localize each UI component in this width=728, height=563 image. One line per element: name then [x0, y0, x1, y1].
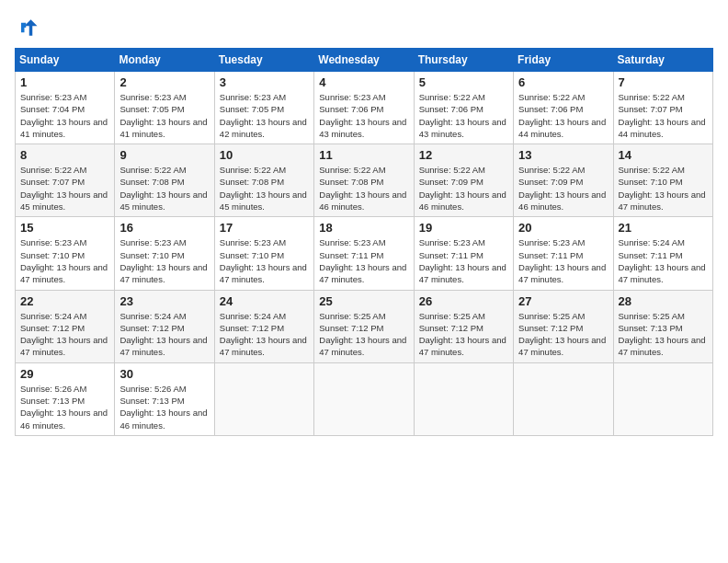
header-row: SundayMondayTuesdayWednesdayThursdayFrid…	[16, 49, 713, 72]
day-number: 17	[220, 221, 309, 235]
day-info: Sunrise: 5:23 AMSunset: 7:11 PMDaylight:…	[419, 236, 508, 285]
day-number: 8	[20, 148, 109, 162]
logo	[15, 15, 44, 40]
calendar-cell: 2Sunrise: 5:23 AMSunset: 7:05 PMDaylight…	[115, 72, 214, 144]
calendar-cell: 23Sunrise: 5:24 AMSunset: 7:12 PMDayligh…	[115, 290, 214, 362]
day-number: 26	[419, 294, 508, 308]
day-number: 13	[518, 148, 608, 162]
day-info: Sunrise: 5:22 AMSunset: 7:06 PMDaylight:…	[518, 91, 608, 140]
day-info: Sunrise: 5:22 AMSunset: 7:09 PMDaylight:…	[419, 164, 508, 213]
calendar-cell: 17Sunrise: 5:23 AMSunset: 7:10 PMDayligh…	[214, 217, 313, 290]
day-info: Sunrise: 5:23 AMSunset: 7:06 PMDaylight:…	[319, 91, 408, 140]
day-info: Sunrise: 5:23 AMSunset: 7:05 PMDaylight:…	[220, 91, 309, 140]
calendar-cell: 14Sunrise: 5:22 AMSunset: 7:10 PMDayligh…	[613, 144, 712, 217]
calendar-cell: 21Sunrise: 5:24 AMSunset: 7:11 PMDayligh…	[613, 217, 712, 290]
calendar-cell: 19Sunrise: 5:23 AMSunset: 7:11 PMDayligh…	[414, 217, 513, 290]
day-info: Sunrise: 5:25 AMSunset: 7:12 PMDaylight:…	[518, 310, 608, 359]
col-header-tuesday: Tuesday	[214, 49, 313, 72]
calendar-cell: 15Sunrise: 5:23 AMSunset: 7:10 PMDayligh…	[16, 217, 115, 290]
day-info: Sunrise: 5:23 AMSunset: 7:10 PMDaylight:…	[119, 236, 209, 285]
calendar-cell: 6Sunrise: 5:22 AMSunset: 7:06 PMDaylight…	[514, 72, 613, 144]
day-number: 9	[119, 148, 209, 162]
day-info: Sunrise: 5:25 AMSunset: 7:13 PMDaylight:…	[619, 310, 708, 359]
day-number: 16	[119, 221, 209, 235]
week-row-2: 8Sunrise: 5:22 AMSunset: 7:07 PMDaylight…	[16, 144, 713, 217]
day-number: 14	[619, 148, 708, 162]
calendar-cell: 20Sunrise: 5:23 AMSunset: 7:11 PMDayligh…	[514, 217, 613, 290]
day-number: 4	[319, 75, 408, 89]
calendar-cell: 16Sunrise: 5:23 AMSunset: 7:10 PMDayligh…	[115, 217, 214, 290]
calendar-cell	[613, 362, 712, 435]
col-header-sunday: Sunday	[16, 49, 115, 72]
day-number: 1	[20, 75, 109, 89]
col-header-saturday: Saturday	[613, 49, 712, 72]
calendar-cell: 26Sunrise: 5:25 AMSunset: 7:12 PMDayligh…	[414, 290, 513, 362]
day-number: 29	[20, 367, 109, 381]
calendar-cell: 29Sunrise: 5:26 AMSunset: 7:13 PMDayligh…	[16, 362, 115, 435]
day-number: 30	[119, 367, 209, 381]
calendar-cell: 27Sunrise: 5:25 AMSunset: 7:12 PMDayligh…	[514, 290, 613, 362]
day-number: 11	[319, 148, 408, 162]
week-row-4: 22Sunrise: 5:24 AMSunset: 7:12 PMDayligh…	[16, 290, 713, 362]
day-info: Sunrise: 5:23 AMSunset: 7:05 PMDaylight:…	[119, 91, 209, 140]
day-number: 6	[518, 75, 608, 89]
logo-icon	[15, 15, 40, 40]
day-info: Sunrise: 5:26 AMSunset: 7:13 PMDaylight:…	[119, 383, 209, 431]
day-number: 19	[419, 221, 508, 235]
calendar-cell: 7Sunrise: 5:22 AMSunset: 7:07 PMDaylight…	[613, 72, 712, 144]
day-info: Sunrise: 5:23 AMSunset: 7:10 PMDaylight:…	[20, 236, 109, 285]
svg-marker-1	[25, 19, 38, 36]
day-info: Sunrise: 5:25 AMSunset: 7:12 PMDaylight:…	[319, 310, 408, 359]
calendar-cell: 4Sunrise: 5:23 AMSunset: 7:06 PMDaylight…	[314, 72, 414, 144]
week-row-1: 1Sunrise: 5:23 AMSunset: 7:04 PMDaylight…	[16, 72, 713, 144]
day-number: 22	[20, 294, 109, 308]
calendar-cell	[314, 362, 414, 435]
day-number: 18	[319, 221, 408, 235]
calendar-cell: 28Sunrise: 5:25 AMSunset: 7:13 PMDayligh…	[613, 290, 712, 362]
calendar-cell	[514, 362, 613, 435]
calendar-cell: 25Sunrise: 5:25 AMSunset: 7:12 PMDayligh…	[314, 290, 414, 362]
calendar-cell: 9Sunrise: 5:22 AMSunset: 7:08 PMDaylight…	[115, 144, 214, 217]
day-number: 23	[119, 294, 209, 308]
day-info: Sunrise: 5:25 AMSunset: 7:12 PMDaylight:…	[419, 310, 508, 359]
day-number: 24	[220, 294, 309, 308]
day-number: 15	[20, 221, 109, 235]
day-number: 2	[119, 75, 209, 89]
day-info: Sunrise: 5:24 AMSunset: 7:12 PMDaylight:…	[119, 310, 209, 359]
calendar-table: SundayMondayTuesdayWednesdayThursdayFrid…	[15, 48, 713, 436]
calendar-cell	[214, 362, 313, 435]
day-info: Sunrise: 5:22 AMSunset: 7:09 PMDaylight:…	[518, 164, 608, 213]
day-info: Sunrise: 5:23 AMSunset: 7:11 PMDaylight:…	[319, 236, 408, 285]
day-number: 10	[220, 148, 309, 162]
header	[15, 15, 713, 40]
col-header-monday: Monday	[115, 49, 214, 72]
day-info: Sunrise: 5:24 AMSunset: 7:12 PMDaylight:…	[20, 310, 109, 359]
col-header-friday: Friday	[514, 49, 613, 72]
svg-rect-0	[15, 15, 40, 40]
day-number: 27	[518, 294, 608, 308]
day-info: Sunrise: 5:22 AMSunset: 7:08 PMDaylight:…	[119, 164, 209, 213]
calendar-cell	[414, 362, 513, 435]
calendar-cell: 5Sunrise: 5:22 AMSunset: 7:06 PMDaylight…	[414, 72, 513, 144]
day-number: 3	[220, 75, 309, 89]
calendar-cell: 10Sunrise: 5:22 AMSunset: 7:08 PMDayligh…	[214, 144, 313, 217]
calendar-cell: 8Sunrise: 5:22 AMSunset: 7:07 PMDaylight…	[16, 144, 115, 217]
day-info: Sunrise: 5:24 AMSunset: 7:12 PMDaylight:…	[220, 310, 309, 359]
day-info: Sunrise: 5:22 AMSunset: 7:08 PMDaylight:…	[319, 164, 408, 213]
calendar-cell: 24Sunrise: 5:24 AMSunset: 7:12 PMDayligh…	[214, 290, 313, 362]
day-number: 7	[619, 75, 708, 89]
day-info: Sunrise: 5:22 AMSunset: 7:06 PMDaylight:…	[419, 91, 508, 140]
calendar-cell: 30Sunrise: 5:26 AMSunset: 7:13 PMDayligh…	[115, 362, 214, 435]
calendar-cell: 13Sunrise: 5:22 AMSunset: 7:09 PMDayligh…	[514, 144, 613, 217]
col-header-thursday: Thursday	[414, 49, 513, 72]
calendar-cell: 18Sunrise: 5:23 AMSunset: 7:11 PMDayligh…	[314, 217, 414, 290]
calendar-cell: 11Sunrise: 5:22 AMSunset: 7:08 PMDayligh…	[314, 144, 414, 217]
calendar-cell: 22Sunrise: 5:24 AMSunset: 7:12 PMDayligh…	[16, 290, 115, 362]
calendar-cell: 1Sunrise: 5:23 AMSunset: 7:04 PMDaylight…	[16, 72, 115, 144]
day-info: Sunrise: 5:26 AMSunset: 7:13 PMDaylight:…	[20, 383, 109, 431]
day-info: Sunrise: 5:22 AMSunset: 7:07 PMDaylight:…	[20, 164, 109, 213]
day-number: 20	[518, 221, 608, 235]
day-number: 12	[419, 148, 508, 162]
week-row-5: 29Sunrise: 5:26 AMSunset: 7:13 PMDayligh…	[16, 362, 713, 435]
day-number: 21	[619, 221, 708, 235]
